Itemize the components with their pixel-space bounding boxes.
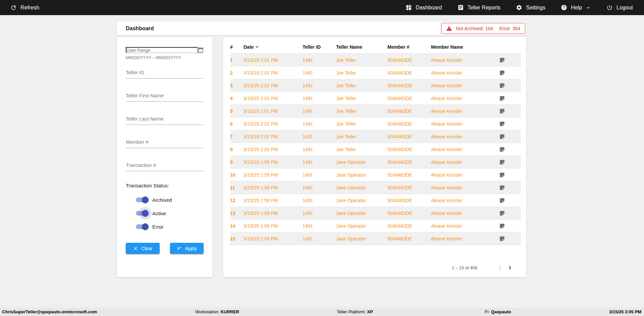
page-header-bar: Dashboard Not Archived: 104 Error: 354 (117, 21, 526, 35)
nav-logout[interactable]: Logout (606, 4, 633, 11)
row-teller-name: Joe Teller (336, 96, 387, 101)
row-teller-id: 1491 (303, 57, 336, 63)
note-icon[interactable] (499, 197, 505, 204)
date-range-field-block: MM/DD/YYYY – MM/DD/YYYY (126, 47, 204, 60)
note-icon[interactable] (499, 70, 505, 76)
row-teller-name: Jane Operator (336, 185, 387, 190)
teller-id-field-block (126, 67, 204, 79)
current-datetime: 3/15/25 3:05 PM (609, 308, 641, 316)
nav-teller-reports[interactable]: Teller Reports (458, 4, 501, 11)
row-member-number: 5034463DE (387, 172, 431, 178)
table-row: 43/15/25 2:01 PM1491Joe Teller5034463DEA… (230, 92, 521, 105)
row-member-number: 5034463DE (387, 236, 431, 241)
row-teller-name: Joe Teller (336, 121, 387, 127)
close-icon (133, 246, 138, 251)
row-teller-id: 1491 (303, 147, 336, 152)
row-teller-name: Jane Operator (336, 223, 387, 229)
note-icon[interactable] (499, 95, 505, 101)
row-member-name: Alease Kessler (431, 96, 499, 101)
note-icon[interactable] (499, 159, 505, 165)
next-page-button[interactable] (505, 263, 515, 273)
row-member-number: 5034463DE (387, 57, 431, 63)
dashboard-icon (406, 4, 412, 11)
row-teller-id: 1491 (303, 236, 336, 241)
row-teller-id: 1491 (303, 160, 336, 165)
row-member-number: 5034463DE (387, 108, 431, 114)
calendar-icon[interactable] (198, 47, 204, 53)
note-icon[interactable] (499, 108, 505, 114)
member-number-field-block (126, 136, 204, 148)
active-toggle[interactable] (136, 211, 147, 216)
note-icon[interactable] (499, 57, 505, 63)
active-toggle-label: Active (152, 211, 166, 216)
nav-dashboard[interactable]: Dashboard (406, 4, 442, 11)
fi-info: FI: Qaxpauto (485, 308, 511, 316)
row-date: 3/15/25 1:59 PM (244, 185, 303, 190)
row-teller-name: Joe Teller (336, 134, 387, 139)
note-icon[interactable] (499, 223, 505, 229)
row-member-number: 5034463DE (387, 121, 431, 127)
row-teller-id: 1491 (303, 121, 336, 127)
error-toggle[interactable] (136, 224, 147, 229)
row-actions-cell (499, 185, 521, 191)
note-icon[interactable] (499, 134, 505, 140)
archived-toggle[interactable] (136, 197, 147, 202)
row-teller-name: Jane Operator (336, 211, 387, 216)
gear-icon (516, 4, 522, 11)
row-number: 6 (230, 121, 244, 127)
teller-last-name-input[interactable] (126, 113, 204, 125)
filter-icon (177, 246, 182, 251)
teller-first-name-input[interactable] (126, 90, 204, 102)
col-number: # (230, 44, 244, 50)
row-member-number: 5034463DE (387, 134, 431, 139)
topbar: Refresh Dashboard Teller Reports Setting… (0, 0, 644, 15)
row-teller-name: Jane Operator (336, 198, 387, 203)
transaction-number-input[interactable] (126, 160, 204, 171)
transaction-number-field-block (126, 160, 204, 171)
nav-help-label: Help (571, 5, 582, 11)
warning-icon (446, 26, 452, 32)
note-icon[interactable] (499, 172, 505, 178)
row-actions-cell (499, 57, 521, 63)
row-member-name: Alease Kessler (431, 223, 499, 229)
note-icon[interactable] (499, 210, 505, 216)
row-member-name: Alease Kessler (431, 83, 499, 88)
table-row: 153/15/25 1:59 PM1491Jane Operator503446… (230, 232, 521, 245)
col-member-number: Member # (387, 44, 431, 50)
row-member-number: 5034463DE (387, 83, 431, 88)
row-actions-cell (499, 134, 521, 140)
prev-page-button (495, 263, 505, 273)
row-member-name: Alease Kessler (431, 211, 499, 216)
row-number: 10 (230, 172, 244, 178)
row-member-name: Alease Kessler (431, 236, 499, 241)
nav-help[interactable]: Help (561, 4, 591, 11)
note-icon[interactable] (499, 121, 505, 127)
row-date: 3/15/25 2:01 PM (244, 96, 303, 101)
clear-button[interactable]: Clear (126, 243, 160, 254)
apply-button[interactable]: Apply (170, 243, 204, 254)
col-date[interactable]: Date (244, 44, 303, 50)
row-date: 3/15/25 1:59 PM (244, 211, 303, 216)
member-number-input[interactable] (126, 136, 204, 148)
content-area: Dashboard Not Archived: 104 Error: 354 M… (117, 21, 526, 277)
note-icon[interactable] (499, 83, 505, 89)
note-icon[interactable] (499, 146, 505, 152)
note-icon[interactable] (499, 185, 505, 191)
row-teller-name: Joe Teller (336, 83, 387, 88)
row-number: 13 (230, 211, 244, 216)
row-member-number: 5034463DE (387, 96, 431, 101)
alert-error: Error: 354 (499, 26, 520, 31)
row-actions-cell (499, 146, 521, 152)
row-member-number: 5034463DE (387, 160, 431, 165)
nav-settings[interactable]: Settings (516, 4, 545, 11)
teller-id-input[interactable] (126, 67, 204, 79)
refresh-button[interactable]: Refresh (10, 4, 39, 11)
toggle-error: Error (136, 223, 204, 231)
date-range-input[interactable] (126, 47, 198, 53)
workstation-value: KURRER (221, 309, 239, 314)
nav-dashboard-label: Dashboard (416, 5, 442, 11)
filter-panel: MM/DD/YYYY – MM/DD/YYYY Transaction Stat… (117, 37, 212, 277)
transaction-status-label: Transaction Status: (126, 183, 204, 188)
chevron-down-icon (586, 5, 591, 10)
note-icon[interactable] (499, 236, 505, 242)
